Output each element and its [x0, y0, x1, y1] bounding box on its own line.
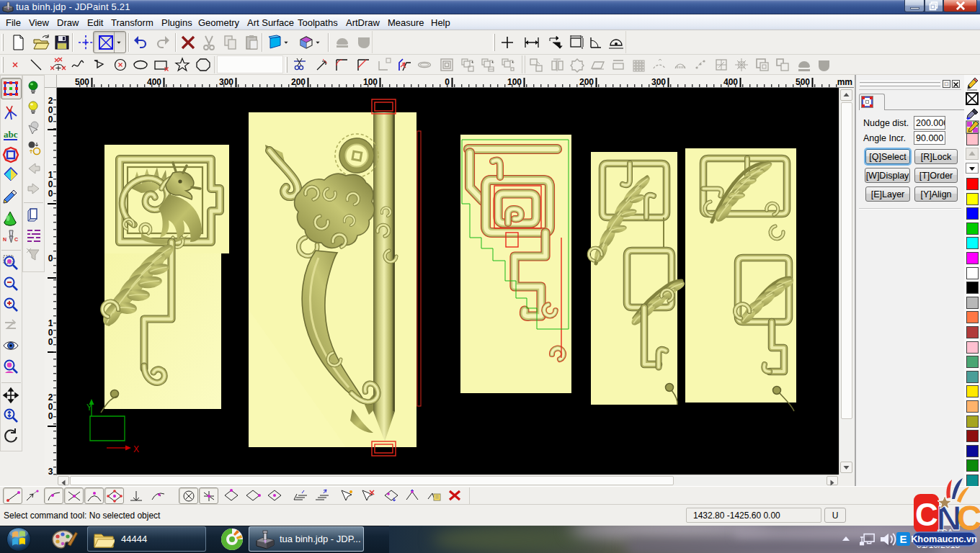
svg-text:abc: abc: [4, 129, 18, 140]
svg-text:0: 0: [48, 105, 53, 115]
svg-text:2: 2: [48, 392, 53, 403]
svg-text:0: 0: [48, 179, 53, 189]
svg-text:0: 0: [48, 114, 53, 125]
svg-text:1: 1: [48, 318, 53, 328]
svg-text:1: 1: [48, 170, 53, 180]
svg-text:0: 0: [48, 337, 53, 347]
svg-text:C: C: [14, 237, 18, 242]
svg-text:2: 2: [48, 96, 53, 106]
svg-text:0: 0: [48, 411, 53, 421]
svg-text:C: C: [957, 499, 980, 537]
svg-text:0: 0: [48, 189, 53, 199]
svg-text:Khomaucnc.vn: Khomaucnc.vn: [911, 534, 977, 544]
svg-text:X: X: [133, 444, 139, 454]
svg-text:Y: Y: [86, 403, 92, 413]
svg-text:3: 3: [48, 467, 53, 475]
svg-text:0: 0: [48, 328, 53, 338]
svg-text:mm: mm: [837, 77, 852, 87]
svg-text:C: C: [915, 497, 938, 532]
svg-text:0: 0: [48, 253, 53, 264]
svg-text:N: N: [3, 237, 6, 242]
svg-text:0: 0: [48, 402, 53, 412]
